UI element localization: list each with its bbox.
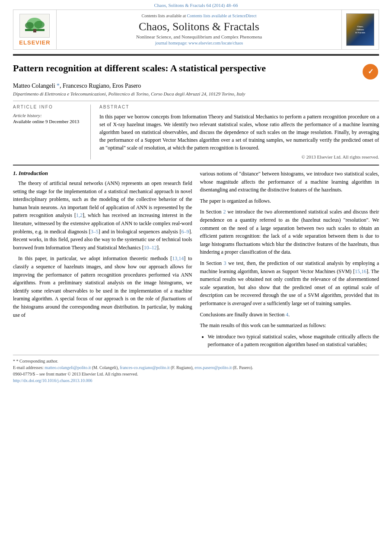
journal-info-center: Contents lists available at Contents lis… xyxy=(57,10,342,49)
citation-text: Chaos, Solitons & Fractals 64 (2014) 48–… xyxy=(154,3,238,8)
svg-rect-4 xyxy=(33,29,36,32)
footnote-emails: E-mail addresses: matteo.colangeli@polit… xyxy=(13,364,379,371)
body-right-column: various notions of "distance" between hi… xyxy=(200,170,379,350)
intro-para2: In this paper, in particular, we adopt i… xyxy=(13,255,192,319)
journal-subtitle: Nonlinear Science, and Nonequilibrium an… xyxy=(61,34,337,39)
right-para4: In Section 3 we test, then, the predicti… xyxy=(200,259,379,308)
elsevier-wordmark: ELSEVIER xyxy=(19,39,50,46)
footnote-doi: http://dx.doi.org/10.1016/j.chaos.2013.1… xyxy=(13,377,379,384)
section1-heading: 1. Introduction xyxy=(13,170,192,177)
email-label: E-mail addresses: xyxy=(13,365,44,370)
journal-title: Chaos, Solitons & Fractals xyxy=(61,20,337,33)
author-colangeli: Matteo Colangeli xyxy=(13,83,57,89)
body-columns: 1. Introduction The theory of artificial… xyxy=(13,170,379,350)
ref-svm[interactable]: 15,16 xyxy=(355,268,367,274)
article-info-column: Article Info Article history: Available … xyxy=(13,105,91,159)
doi-link[interactable]: http://dx.doi.org/10.1016/j.chaos.2013.1… xyxy=(13,378,92,383)
affiliation-line: Dipartimento di Elettronica e Telecomuni… xyxy=(13,91,379,96)
email1-name: (M. Colangeli), xyxy=(92,365,119,370)
ref-1[interactable]: 1,2 xyxy=(76,212,83,218)
footnote-section: * * Corresponding author. E-mail address… xyxy=(13,355,379,384)
article-title: Pattern recognition at different scales:… xyxy=(13,62,357,75)
body-left-column: 1. Introduction The theory of artificial… xyxy=(13,170,192,350)
info-abstract-columns: Article Info Article history: Available … xyxy=(13,105,379,159)
sciencedirect-link[interactable]: Contents lists available at ScienceDirec… xyxy=(187,13,256,18)
available-online-value: Available online 9 December 2013 xyxy=(13,119,84,124)
right-para5: Conclusions are finally drawn in Section… xyxy=(200,311,379,319)
copyright-line: © 2013 Elsevier Ltd. All rights reserved… xyxy=(99,154,379,159)
authors-line: Matteo Colangeli *, Francesco Rugiano, E… xyxy=(13,83,379,89)
results-bullet-list: We introduce two typical statistical sca… xyxy=(200,333,379,349)
section-divider xyxy=(13,165,379,166)
bullet-item-1: We introduce two typical statistical sca… xyxy=(208,333,379,349)
journal-header: ELSEVIER Contents lists available at Con… xyxy=(13,10,379,50)
elsevier-logo: ELSEVIER xyxy=(19,14,50,46)
email2-link[interactable]: frances-co.rugiano@polito.it xyxy=(120,365,169,370)
homepage-url[interactable]: www.elsevier.com/locate/chaos xyxy=(188,41,243,45)
elsevier-logo-image xyxy=(19,14,50,38)
abstract-column: Abstract In this paper we borrow concept… xyxy=(99,105,379,159)
citation-bar: Chaos, Solitons & Fractals 64 (2014) 48–… xyxy=(0,0,392,10)
ref-3[interactable]: 6–9 xyxy=(182,229,189,235)
right-para3: In Section 2 we introduce the two aforem… xyxy=(200,208,379,256)
abstract-label: Abstract xyxy=(99,105,379,109)
article-history-label: Article history: xyxy=(13,113,84,118)
email1-link[interactable]: matteo.colangeli@polito.it xyxy=(45,365,91,370)
right-para6: The main results of this work can be sum… xyxy=(200,322,379,330)
ref-2[interactable]: 3–5 xyxy=(91,229,99,235)
cover-text: Chaos,Solitons& Fractals xyxy=(355,25,365,34)
ref-section3[interactable]: 3 xyxy=(224,260,226,266)
homepage-label: journal homepage: xyxy=(155,41,188,45)
footnote-corresponding: * * Corresponding author. xyxy=(13,358,379,364)
footnote-issn: 0960-0779/$ – see front matter © 2013 El… xyxy=(13,371,379,377)
right-para1: various notions of "distance" between hi… xyxy=(200,170,379,194)
intro-para1: The theory of artificial neural networks… xyxy=(13,179,192,252)
journal-cover-thumbnail: Chaos,Solitons& Fractals xyxy=(342,10,379,49)
ref-5[interactable]: 13,14 xyxy=(172,255,184,261)
ref-4[interactable]: 10–12 xyxy=(144,245,157,251)
article-title-section: Pattern recognition at different scales:… xyxy=(13,56,379,83)
right-para2: The paper is organized as follows. xyxy=(200,197,379,205)
abstract-text: In this paper we borrow concepts from In… xyxy=(99,113,379,152)
article-info-label: Article Info xyxy=(13,105,84,109)
ref-section4[interactable]: 4 xyxy=(286,312,288,318)
contents-available-line: Contents lists available at Contents lis… xyxy=(61,13,337,18)
crossmark-badge[interactable]: ✓ xyxy=(362,64,379,79)
email3-name: (E. Pasero). xyxy=(233,365,253,370)
svg-point-2 xyxy=(25,22,34,29)
email3-link[interactable]: eros.pasero@polito.it xyxy=(194,365,232,370)
journal-homepage: journal homepage: www.elsevier.com/locat… xyxy=(61,41,337,45)
email2-name: (F. Rugiano), xyxy=(171,365,194,370)
cover-image: Chaos,Solitons& Fractals xyxy=(346,13,374,46)
footnote-star-label: * Corresponding author. xyxy=(16,359,58,363)
issn-line: 0960-0779/$ – see front matter © 2013 El… xyxy=(13,372,138,376)
author-rugiano-pasero: , Francesco Rugiano, Eros Pasero xyxy=(60,83,141,89)
header-divider xyxy=(13,101,379,101)
elsevier-branding: ELSEVIER xyxy=(13,10,57,49)
svg-point-3 xyxy=(34,21,45,29)
article-content: Pattern recognition at different scales:… xyxy=(0,56,392,384)
ref-section2[interactable]: 2 xyxy=(223,209,226,215)
crossmark-icon: ✓ xyxy=(363,64,378,80)
